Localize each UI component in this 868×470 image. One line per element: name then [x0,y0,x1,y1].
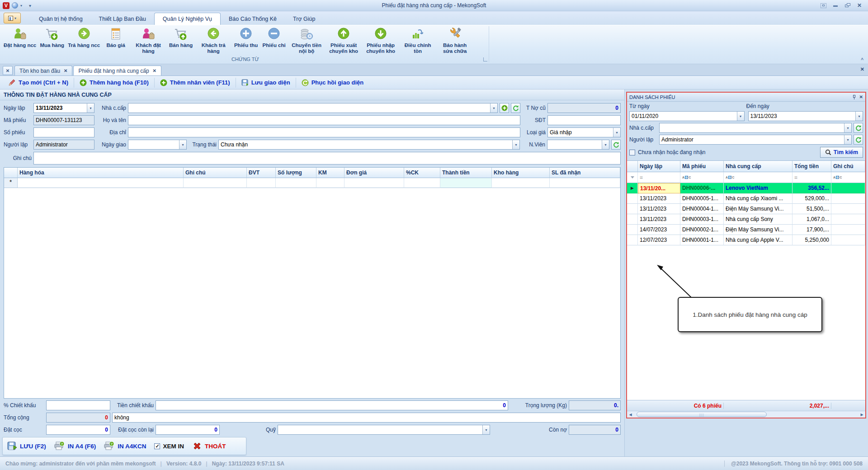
scroll-right-icon[interactable]: ▶ [859,413,865,417]
col-km[interactable]: KM [316,168,344,178]
ribbon-item-khach-dat-hang[interactable]: Khách đặt hàng [130,26,167,54]
ribbon-item-dieu-chinh-ton[interactable]: Điều chỉnh tồn [399,26,436,54]
pct-chiet-khau-input[interactable] [46,400,110,410]
close-tab-icon[interactable]: ✕ [3,66,13,75]
tien-chiet-khau-input[interactable]: 0 [156,400,508,410]
loai-gia-combo[interactable]: Giá nhập ▾ [547,127,621,137]
minimize-icon[interactable] [833,3,839,8]
chevron-down-icon[interactable]: ▾ [179,140,186,149]
ribbon-item-chuyen-tien-noi-bo[interactable]: Chuyển tiền nội bộ [288,26,325,54]
tu-ngay-input[interactable]: 01/11/2020 ▾ [629,111,745,121]
trang-thai-combo[interactable]: Chưa nhận ▾ [218,140,520,150]
save-layout-button[interactable]: Lưu giao diện [236,78,296,88]
panel-nha-ccap-combo[interactable]: ▾ [659,123,852,133]
refresh-supplier-button[interactable] [854,123,863,133]
ribbon-item-mua-hang[interactable]: Mua hàng [38,26,66,48]
nha-ccap-combo[interactable]: ▾ [128,103,498,113]
col-don-gia[interactable]: Đơn giá [344,168,404,178]
add-employee-button[interactable]: Thêm nhân viên (F11) [155,78,236,88]
chevron-down-icon[interactable]: ▾ [613,128,620,137]
ngay-lap-input[interactable]: 13/11/2023 ▾ [33,103,94,113]
abc-filter-icon[interactable]: ABC [833,176,842,179]
sdt-input[interactable] [547,115,621,125]
ghi-chu-input[interactable] [33,152,621,164]
abc-filter-icon[interactable]: ABC [726,176,734,179]
dat-coc-input[interactable]: 0 [46,425,110,435]
ribbon-item-khach-tra-hang[interactable]: Khách trả hàng [195,26,232,54]
col-ma-phieu[interactable]: Mã phiếu [680,161,724,172]
ngay-giao-input[interactable]: ▾ [128,140,187,150]
new-item-row[interactable]: * [4,178,620,188]
voucher-row[interactable]: 12/07/2023 DHN00001-1... Nhà cung cấp Ap… [627,235,865,245]
preview-checkbox[interactable]: ✓ XEM IN [154,443,184,450]
fullscreen-icon[interactable] [821,3,826,8]
menu-tab-quan-ly-nghiep-vu[interactable]: Quản Lý Nghiệp Vụ [154,13,221,25]
close-icon[interactable]: ✕ [857,3,862,8]
menu-tab-bao-cao-thong-ke[interactable]: Báo Cáo Thống Kê [221,13,285,25]
doc-tab-phieu-dat-hang[interactable]: Phiếu đặt hàng nhà cung cấp ✕ [73,66,161,75]
restore-icon[interactable] [845,3,851,8]
panel-nguoi-lap-combo[interactable]: Administrator ▾ [659,135,852,145]
dialog-launcher-icon[interactable] [483,57,487,61]
voucher-row[interactable]: 14/07/2023 DHN00002-1... Điện Máy Samsun… [627,225,865,235]
ribbon-item-phieu-chi[interactable]: Phiếu chi [260,26,288,48]
items-grid-body[interactable] [4,188,620,398]
chevron-down-icon[interactable]: ▾ [512,140,519,149]
ho-va-ten-input[interactable] [128,115,520,125]
ribbon-item-dat-hang-ncc[interactable]: Đặt hàng ncc [2,26,38,48]
menu-tab-quan-tri-he-thong[interactable]: Quản trị hệ thống [31,13,91,25]
n-vien-combo[interactable]: ▾ [547,140,609,150]
ribbon-item-ban-hang[interactable]: Bán hàng [167,26,195,48]
exit-button[interactable]: THOÁT [192,441,226,451]
print-a4kcn-button[interactable]: ? IN A4KCN [104,441,146,451]
chevron-down-icon[interactable]: ▾ [602,140,609,149]
voucher-grid-filter-row[interactable]: = ABC ABC = ABC [627,172,865,183]
voucher-row[interactable]: 13/11/2023 DHN00004-1... Điện Máy Samsun… [627,204,865,214]
search-button[interactable]: Tìm kiếm [820,147,863,158]
chevron-down-icon[interactable]: ▾ [482,425,490,434]
close-icon[interactable]: ✕ [860,66,864,72]
close-icon[interactable]: ✕ [153,68,156,73]
ribbon-item-bao-hanh-sua-chua[interactable]: Bảo hành sửa chữa [436,26,473,54]
ribbon-item-phieu-nhap-chuyen-kho[interactable]: Phiếu nhập chuyển kho [362,26,399,54]
col-tong-tien[interactable]: Tổng tiền [793,161,831,172]
ribbon-item-bao-gia[interactable]: Báo giá [102,26,130,48]
dia-chi-input[interactable] [128,127,520,137]
quy-combo[interactable]: ▾ [278,425,490,435]
checkbox-unchecked-icon[interactable] [629,150,635,155]
chevron-down-icon[interactable]: ▾ [490,103,497,113]
scroll-left-icon[interactable]: ◀ [627,413,634,417]
chevron-down-icon[interactable]: ▾ [844,123,851,132]
refresh-supplier-button[interactable] [511,103,520,113]
save-button[interactable]: LƯU (F2) [7,441,46,451]
col-ghi-chu[interactable]: Ghi chú [831,161,865,172]
voucher-grid-empty-area[interactable] [627,245,865,400]
scrollbar-thumb[interactable]: |||| [637,412,767,417]
equals-filter-icon[interactable]: = [793,172,831,183]
add-item-button[interactable]: Thêm hàng hóa (F10) [74,78,155,88]
col-kho-hang[interactable]: Kho hàng [492,168,550,178]
chevron-down-icon[interactable]: ▾ [855,112,863,121]
close-icon[interactable]: ✕ [859,94,863,99]
col-thanh-tien[interactable]: Thành tiền [440,168,492,178]
ribbon-item-phieu-xuat-chuyen-kho[interactable]: Phiếu xuất chuyển kho [325,26,362,54]
voucher-row[interactable]: 13/11/2023 DHN00003-1... Nhà cung cấp So… [627,214,865,225]
application-menu-button[interactable]: ▾ [4,13,21,24]
horizontal-scrollbar[interactable]: ◀ |||| ▶ [627,411,865,418]
col-ghi-chu[interactable]: Ghi chú [184,168,247,178]
print-a4-button[interactable]: ? IN A4 (F6) [54,441,96,451]
chevron-down-icon[interactable]: ▾ [844,135,851,144]
chevron-down-icon[interactable]: ▾ [87,103,94,113]
chevron-down-icon[interactable]: ▾ [737,112,744,121]
so-phieu-input[interactable] [33,127,94,137]
refresh-employee-button[interactable] [611,140,621,150]
add-supplier-button[interactable] [500,103,509,113]
ribbon-item-tra-hang-ncc[interactable]: Trả hàng ncc [66,26,102,48]
col-ngay-lap[interactable]: Ngày lập [638,161,680,172]
col-dvt[interactable]: ĐVT [247,168,276,178]
col-sl-da-nhan[interactable]: SL đã nhận [550,168,620,178]
equals-filter-icon[interactable]: = [638,172,680,183]
doc-tab-ton-kho-ban-dau[interactable]: Tồn kho ban đầu ✕ [14,66,72,75]
new-button[interactable]: Tạo mới (Ctrl + N) [3,78,74,88]
col-pct-ck[interactable]: %CK [404,168,440,178]
